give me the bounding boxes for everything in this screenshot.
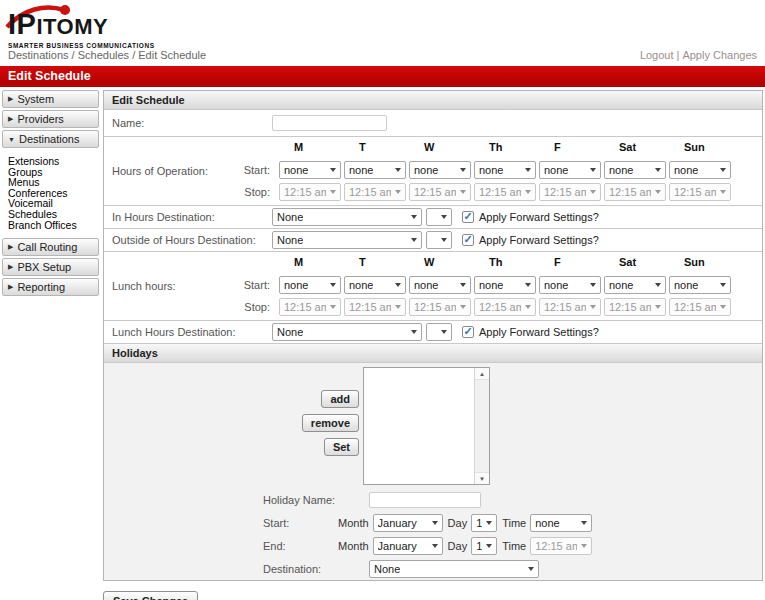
end-month-select[interactable]: January	[373, 537, 443, 555]
holiday-name-input[interactable]	[369, 492, 481, 508]
chevron-down-icon	[441, 215, 447, 219]
holiday-destination-select[interactable]: None	[369, 560, 539, 578]
in-hours-destination-select[interactable]: None	[272, 208, 422, 226]
chevron-collapsed-icon: ▶	[8, 95, 13, 103]
chevron-down-icon	[655, 305, 661, 309]
lunch-hours-stop-select-th: 12:15 am	[474, 298, 536, 316]
end-month-label: Month	[338, 540, 369, 552]
lunch-hours-start-select-sun[interactable]: none	[669, 276, 731, 294]
select-value: none	[349, 279, 373, 291]
in-hours-destination-secondary-select[interactable]	[426, 208, 452, 226]
chevron-down-icon	[441, 330, 447, 334]
lunch-hours-label: Lunch hours:	[112, 280, 176, 292]
check-icon: ✓	[463, 326, 472, 337]
start-time-label: Time	[502, 517, 526, 529]
chevron-down-icon	[528, 567, 534, 571]
chevron-down-icon	[330, 168, 336, 172]
chevron-down-icon	[330, 305, 336, 309]
day-header-f: F	[539, 141, 601, 157]
lunch-hours-start-select-m[interactable]: none	[279, 276, 341, 294]
edit-schedule-panel: Edit Schedule Name: Hours of Operation: …	[103, 90, 763, 581]
scroll-up-icon[interactable]: ▲	[475, 368, 489, 380]
holiday-listbox[interactable]: ▲ ▼	[363, 367, 490, 485]
lunch-hours-grid: MTWThFSatSunStart:nonenonenonenonenoneno…	[176, 256, 762, 316]
in-hours-apply-forward-checkbox[interactable]: ✓	[462, 211, 474, 223]
sidebar-section-reporting[interactable]: ▶Reporting	[2, 278, 99, 296]
sidebar-section-label: Providers	[17, 113, 63, 125]
start-time-select[interactable]: none	[530, 514, 592, 532]
sidebar-section-label: PBX Setup	[17, 261, 71, 273]
chevron-down-icon	[330, 190, 336, 194]
sidebar-sublist: ExtensionsGroupsMenusConferencesVoicemai…	[2, 150, 99, 238]
lunch-hours-destination-select[interactable]: None	[272, 323, 422, 341]
lunch-hours-apply-forward-checkbox[interactable]: ✓	[462, 326, 474, 338]
sidebar-item-schedules[interactable]: Schedules	[8, 209, 99, 220]
hours-of-operation-start-select-t[interactable]: none	[344, 161, 406, 179]
lunch-hours-destination-label: Lunch Hours Destination:	[112, 326, 272, 338]
sidebar-section-pbx-setup[interactable]: ▶PBX Setup	[2, 258, 99, 276]
lunch-hours-stop-select-f: 12:15 am	[539, 298, 601, 316]
check-icon: ✓	[463, 234, 472, 245]
holiday-end-label: End:	[263, 540, 338, 552]
header-links: Logout|Apply Changes	[640, 49, 757, 61]
lunch-hours-start-select-t[interactable]: none	[344, 276, 406, 294]
end-day-select[interactable]: 1	[471, 537, 497, 555]
outside-hours-destination-select[interactable]: None	[272, 231, 422, 249]
start-month-select[interactable]: January	[373, 514, 443, 532]
sidebar-section-destinations[interactable]: ▼Destinations	[2, 130, 99, 148]
outside-hours-apply-forward-checkbox[interactable]: ✓	[462, 234, 474, 246]
holiday-add-button[interactable]: add	[321, 390, 359, 408]
sidebar-section-label: Destinations	[19, 133, 80, 145]
scrollbar[interactable]: ▲ ▼	[474, 368, 489, 484]
select-value: None	[277, 326, 303, 338]
hours-of-operation-start-select-sun[interactable]: none	[669, 161, 731, 179]
save-changes-button[interactable]: Save Changes	[103, 591, 198, 600]
name-input[interactable]	[272, 115, 387, 131]
sidebar-section-system[interactable]: ▶System	[2, 90, 99, 108]
lunch-hours-destination-secondary-select[interactable]	[426, 323, 452, 341]
lunch-hours-start-select-sat[interactable]: none	[604, 276, 666, 294]
nav-separator: |	[677, 49, 680, 61]
chevron-down-icon	[590, 190, 596, 194]
sidebar-section-providers[interactable]: ▶Providers	[2, 110, 99, 128]
logo-text-primary: IP	[8, 8, 36, 40]
start-day-select[interactable]: 1	[471, 514, 497, 532]
select-value: 12:15 am	[284, 186, 326, 198]
lunch-hours-start-select-f[interactable]: none	[539, 276, 601, 294]
hours-of-operation-start-select-w[interactable]: none	[409, 161, 471, 179]
select-value: 12:15 am	[674, 186, 716, 198]
holiday-destination-label: Destination:	[263, 563, 369, 575]
holiday-start-row: Start: Month January Day 1 Time none	[263, 514, 592, 532]
end-day-label: Day	[448, 540, 468, 552]
select-value: none	[414, 164, 438, 176]
holiday-set-button[interactable]: Set	[324, 438, 359, 456]
chevron-down-icon	[655, 283, 661, 287]
sidebar: ▶System▶Providers▼DestinationsExtensions…	[2, 90, 99, 298]
lunch-hours-apply-forward-label: Apply Forward Settings?	[479, 326, 599, 338]
day-header-sun: Sun	[669, 256, 731, 272]
hours-of-operation-start-select-f[interactable]: none	[539, 161, 601, 179]
outside-hours-destination-label: Outside of Hours Destination:	[112, 234, 272, 246]
lunch-hours-start-select-w[interactable]: none	[409, 276, 471, 294]
lunch-hours-start-select-th[interactable]: none	[474, 276, 536, 294]
sidebar-item-extensions[interactable]: Extensions	[8, 156, 99, 167]
select-value: None	[374, 563, 400, 575]
chevron-down-icon	[395, 190, 401, 194]
hours-of-operation-start-select-th[interactable]: none	[474, 161, 536, 179]
sidebar-item-branch-offices[interactable]: Branch Offices	[8, 220, 99, 231]
select-value: 12:15 am	[414, 301, 456, 313]
select-value: none	[609, 279, 633, 291]
holiday-buttons: add remove Set	[254, 390, 359, 456]
content: ▶System▶Providers▼DestinationsExtensions…	[0, 87, 765, 600]
scroll-down-icon[interactable]: ▼	[475, 472, 489, 484]
end-time-select: 12:15 am	[530, 537, 592, 555]
holiday-remove-button[interactable]: remove	[302, 414, 359, 432]
chevron-down-icon	[655, 168, 661, 172]
hours-of-operation-start-select-m[interactable]: none	[279, 161, 341, 179]
apply-changes-link[interactable]: Apply Changes	[682, 49, 757, 61]
logout-link[interactable]: Logout	[640, 49, 674, 61]
outside-hours-destination-secondary-select[interactable]	[426, 231, 452, 249]
hours-of-operation-start-select-sat[interactable]: none	[604, 161, 666, 179]
sidebar-section-call-routing[interactable]: ▶Call Routing	[2, 238, 99, 256]
select-value: 12:15 am	[479, 301, 521, 313]
